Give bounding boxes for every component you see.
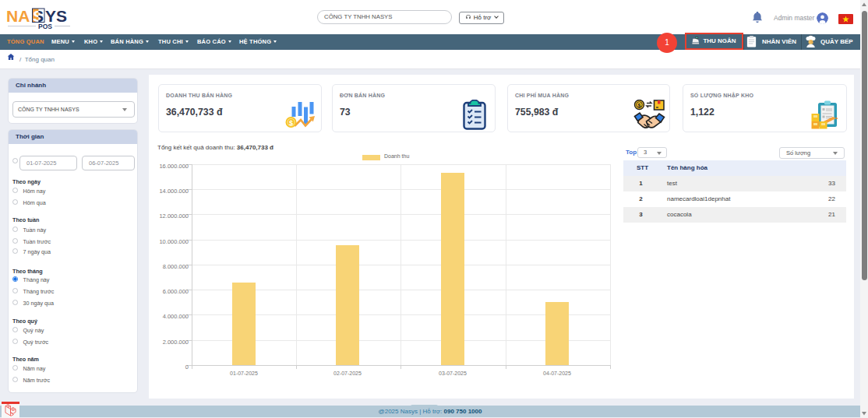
svg-text:$: $ — [289, 119, 293, 127]
svg-text:POS: POS — [38, 23, 52, 30]
svg-text:$: $ — [638, 103, 641, 109]
svg-text:NA: NA — [6, 7, 30, 25]
